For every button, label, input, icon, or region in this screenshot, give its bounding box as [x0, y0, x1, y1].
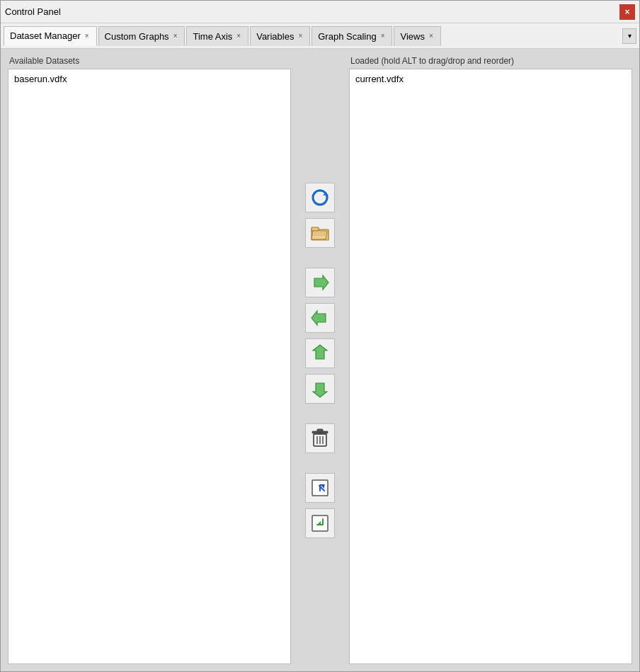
refresh-icon: [310, 188, 330, 207]
svg-marker-8: [313, 345, 327, 359]
tab-label-variables: Variables: [256, 31, 294, 42]
svg-rect-11: [317, 429, 323, 432]
export-button[interactable]: [305, 473, 335, 503]
tab-close-time-axis[interactable]: ×: [235, 33, 242, 40]
arrow-up-icon: [310, 343, 330, 363]
arrow-right-icon: [310, 273, 330, 292]
title-bar: Control Panel ×: [1, 1, 639, 23]
list-item[interactable]: current.vdfx: [353, 72, 629, 86]
move-right-button[interactable]: [305, 268, 335, 297]
tab-close-views[interactable]: ×: [428, 33, 435, 40]
tab-views[interactable]: Views ×: [394, 26, 440, 46]
tab-label-time-axis: Time Axis: [193, 31, 232, 42]
tab-label-graph-scaling: Graph Scaling: [318, 31, 376, 42]
list-item[interactable]: baserun.vdfx: [11, 72, 287, 86]
move-up-button[interactable]: [305, 338, 335, 368]
svg-marker-0: [323, 193, 328, 195]
svg-marker-9: [313, 383, 327, 397]
left-panel-label: Available Datasets: [8, 56, 291, 66]
tab-close-graph-scaling[interactable]: ×: [379, 33, 387, 40]
tab-bar: Dataset Manager × Custom Graphs × Time A…: [1, 23, 639, 49]
svg-marker-6: [314, 275, 328, 290]
tab-label-custom-graphs: Custom Graphs: [105, 31, 169, 42]
content-area: Available Datasets baserun.vdfx: [1, 49, 639, 671]
tab-time-axis[interactable]: Time Axis ×: [186, 26, 248, 46]
left-panel: Available Datasets baserun.vdfx: [8, 56, 291, 664]
right-panel: Loaded (hold ALT to drag/drop and reorde…: [349, 56, 632, 664]
tab-close-custom-graphs[interactable]: ×: [172, 33, 179, 40]
refresh-button[interactable]: [305, 183, 335, 212]
window-title: Control Panel: [5, 6, 61, 17]
arrow-down-icon: [310, 379, 330, 399]
right-panel-label: Loaded (hold ALT to drag/drop and reorde…: [349, 56, 632, 66]
export-icon: [310, 478, 330, 498]
chevron-down-icon: ▾: [628, 32, 632, 40]
import-icon: [310, 513, 330, 533]
tab-dataset-manager[interactable]: Dataset Manager ×: [4, 26, 97, 46]
tab-label-dataset-manager: Dataset Manager: [10, 30, 81, 41]
import-button[interactable]: [305, 508, 335, 538]
tab-close-dataset-manager[interactable]: ×: [84, 33, 91, 40]
panels-row: Available Datasets baserun.vdfx: [8, 56, 632, 664]
open-folder-button[interactable]: [305, 218, 335, 248]
delete-button[interactable]: [305, 423, 335, 453]
svg-rect-2: [312, 227, 319, 231]
move-down-button[interactable]: [305, 374, 335, 404]
control-panel-window: Control Panel × Dataset Manager × Custom…: [0, 0, 640, 672]
available-datasets-list[interactable]: baserun.vdfx: [8, 69, 291, 664]
tab-variables[interactable]: Variables ×: [250, 26, 310, 46]
tab-custom-graphs[interactable]: Custom Graphs ×: [98, 26, 185, 46]
window-close-button[interactable]: ×: [619, 4, 635, 20]
move-left-button[interactable]: [305, 303, 335, 333]
tab-overflow-button[interactable]: ▾: [622, 28, 636, 44]
middle-buttons: [291, 56, 349, 664]
arrow-left-icon: [310, 308, 330, 328]
tab-label-views: Views: [400, 31, 424, 42]
tab-close-variables[interactable]: ×: [297, 33, 304, 40]
trash-icon: [311, 428, 329, 448]
open-folder-icon: [310, 224, 330, 242]
svg-marker-7: [312, 311, 326, 325]
tab-graph-scaling[interactable]: Graph Scaling ×: [312, 26, 392, 46]
loaded-datasets-list[interactable]: current.vdfx: [349, 69, 632, 664]
